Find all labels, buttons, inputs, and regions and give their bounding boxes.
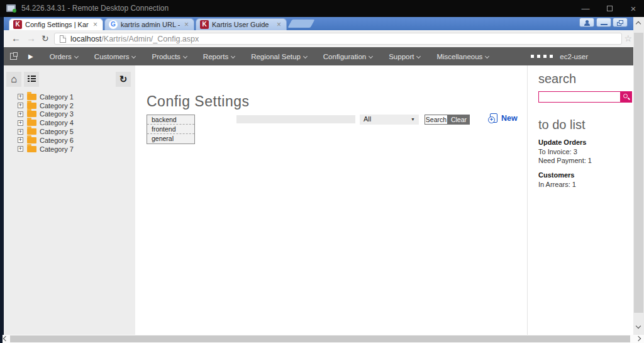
nav-item-miscellaneous[interactable]: Miscellaneous: [436, 53, 489, 60]
back-icon[interactable]: ←: [11, 33, 21, 43]
tree-item-category-7[interactable]: + Category 7: [4, 145, 135, 154]
tab-google-search[interactable]: G kartris admin URL - Google Se ×: [104, 18, 194, 30]
expand-plus-icon[interactable]: +: [18, 103, 23, 108]
chevron-down-icon: [369, 53, 373, 58]
rdp-title: 54.226.34.31 - Remote Desktop Connection: [21, 4, 169, 13]
folder-icon: [27, 128, 36, 135]
rdp-minimize-button[interactable]: —: [576, 3, 595, 14]
tab-config-settings[interactable]: K Config Settings | Kartris ×: [9, 18, 103, 30]
user-menu[interactable]: ec2-user: [531, 53, 588, 60]
todo-section-title: to do list: [538, 118, 585, 132]
refresh-tree-button[interactable]: ↻: [116, 72, 131, 87]
user-status-square-icon: [543, 55, 547, 58]
chevron-down-icon: [183, 53, 187, 58]
scroll-up-icon[interactable]: [636, 21, 641, 26]
vertical-scrollbar[interactable]: [633, 17, 644, 335]
nav-item-products[interactable]: Products: [152, 53, 186, 60]
nav-item-configuration[interactable]: Configuration: [323, 53, 372, 60]
expand-plus-icon[interactable]: +: [18, 137, 23, 143]
nav-item-orders[interactable]: Orders: [50, 53, 78, 60]
tab-kartris-user-guide[interactable]: K Kartris User Guide ×: [196, 18, 287, 30]
scroll-down-icon[interactable]: [636, 323, 641, 329]
address-bar[interactable]: localhost /Kartris/Admin/_Config.aspx: [54, 33, 622, 45]
tab-label: kartris admin URL - Google Se: [121, 21, 180, 28]
todo-line-to-invoice[interactable]: To Invoice: 3: [538, 148, 577, 155]
expand-plus-icon[interactable]: +: [18, 129, 23, 135]
user-status-square-icon: [531, 55, 534, 58]
tab-close-icon[interactable]: ×: [92, 20, 99, 29]
tree-item-category-5[interactable]: + Category 5: [4, 127, 135, 136]
chevron-down-icon: [231, 53, 235, 58]
tree-item-category-4[interactable]: + Category 4: [4, 118, 135, 127]
sidebar-search-row: [538, 91, 632, 103]
expand-plus-icon[interactable]: +: [18, 94, 23, 99]
reload-icon[interactable]: ↻: [42, 33, 49, 43]
rdp-monitor-icon: [6, 4, 16, 12]
add-document-icon: [490, 113, 497, 123]
new-tab-button[interactable]: [288, 20, 315, 28]
clear-button[interactable]: Clear: [448, 115, 470, 125]
home-button[interactable]: ⌂: [6, 72, 21, 87]
forward-icon[interactable]: →: [26, 33, 36, 43]
nav-item-regional-setup[interactable]: Regional Setup: [251, 53, 307, 60]
todo-line-in-arrears[interactable]: In Arrears: 1: [538, 181, 576, 188]
list-view-button[interactable]: [24, 72, 39, 87]
folder-icon: [27, 120, 36, 126]
play-icon[interactable]: ▶: [28, 53, 33, 60]
new-config-link[interactable]: New: [490, 113, 518, 123]
open-window-icon[interactable]: [10, 53, 17, 60]
nav-item-customers[interactable]: Customers: [94, 53, 136, 60]
folder-icon: [27, 137, 36, 143]
scroll-right-icon[interactable]: [636, 336, 641, 341]
tree-item-category-6[interactable]: + Category 6: [4, 136, 135, 145]
page-title: Config Settings: [147, 93, 249, 110]
remote-desktop-window: 54.226.34.31 - Remote Desktop Connection…: [0, 0, 644, 343]
sidebar-search-input[interactable]: [538, 91, 621, 103]
list-icon: [28, 81, 36, 82]
expand-plus-icon[interactable]: +: [18, 120, 23, 126]
tree-item-category-2[interactable]: + Category 2: [4, 101, 135, 110]
logged-in-user: ec2-user: [560, 53, 588, 60]
magnifier-icon: [623, 94, 628, 98]
vertical-scrollbar-thumb[interactable]: [634, 33, 643, 313]
rdp-session-user-button[interactable]: [579, 18, 594, 27]
user-status-square-icon: [537, 55, 540, 58]
rdp-close-button[interactable]: ×: [624, 3, 643, 14]
config-filter-dropdown[interactable]: All ▼: [360, 115, 419, 125]
search-button[interactable]: Search: [425, 115, 448, 125]
tree-item-category-1[interactable]: + Category 1: [4, 93, 135, 101]
config-group-general[interactable]: general: [147, 134, 194, 143]
chevron-down-icon: [74, 53, 79, 58]
tree-item-category-3[interactable]: + Category 3: [4, 110, 135, 119]
expand-plus-icon[interactable]: +: [18, 146, 23, 152]
tab-close-icon[interactable]: ×: [275, 20, 282, 29]
todo-line-need-payment[interactable]: Need Payment: 1: [538, 157, 592, 164]
right-sidebar: search to do list Update Orders To Invoi…: [527, 65, 633, 335]
user-status-square-icon: [550, 55, 553, 58]
bookmark-star-icon[interactable]: ☆: [624, 33, 632, 43]
sidebar-search-button[interactable]: [621, 91, 632, 103]
rdp-titlebar: 54.226.34.31 - Remote Desktop Connection…: [0, 0, 644, 17]
todo-group-heading: Customers: [538, 171, 574, 179]
horizontal-scrollbar-thumb[interactable]: [10, 335, 630, 342]
rdp-maximize-button[interactable]: [600, 3, 619, 14]
google-favicon-icon: G: [109, 20, 118, 29]
scroll-left-icon[interactable]: [3, 336, 8, 341]
tab-close-icon[interactable]: ×: [183, 20, 190, 29]
config-group-frontend[interactable]: frontend: [147, 125, 194, 134]
kartris-favicon-icon: K: [13, 20, 22, 29]
url-host: localhost: [70, 35, 101, 43]
browser-tabstrip: K Config Settings | Kartris × G kartris …: [4, 17, 633, 30]
person-icon: [584, 23, 590, 26]
chrome-restore-button[interactable]: [613, 18, 628, 27]
tab-label: Kartris User Guide: [212, 21, 272, 28]
url-path: /Kartris/Admin/_Config.aspx: [101, 35, 199, 43]
chrome-minimize-button[interactable]: [596, 18, 611, 27]
expand-plus-icon[interactable]: +: [18, 111, 23, 117]
nav-item-support[interactable]: Support: [389, 53, 420, 60]
config-group-backend[interactable]: backend: [147, 115, 194, 125]
horizontal-scrollbar[interactable]: [0, 335, 644, 343]
config-search-input[interactable]: [236, 115, 355, 123]
nav-item-reports[interactable]: Reports: [203, 53, 235, 60]
chevron-down-icon: [416, 53, 421, 58]
